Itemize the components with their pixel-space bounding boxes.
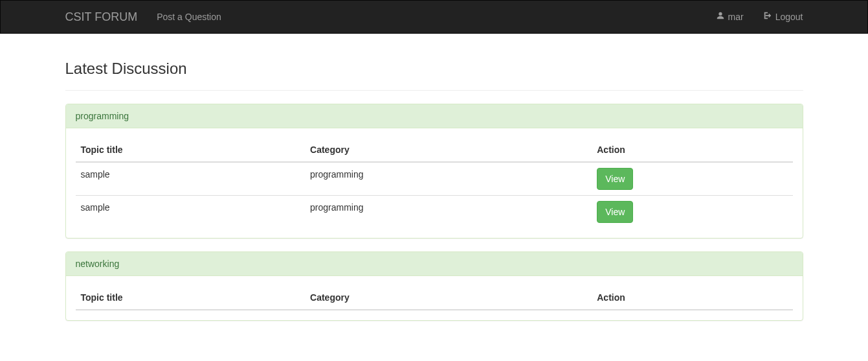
topics-table: Topic titleCategoryAction [76, 286, 793, 310]
user-link[interactable]: mar [706, 1, 753, 33]
panel-heading: programming [66, 104, 803, 128]
navbar: CSIT FORUM Post a Question mar Logout [0, 0, 868, 34]
post-question-link[interactable]: Post a Question [147, 1, 231, 33]
discussion-panel: networkingTopic titleCategoryAction [65, 251, 803, 321]
logout-text: Logout [775, 10, 803, 23]
view-button[interactable]: View [597, 201, 633, 223]
table-header-row: Topic titleCategoryAction [76, 286, 793, 310]
col-action: Action [592, 138, 792, 162]
brand-link[interactable]: CSIT FORUM [56, 1, 148, 33]
table-row: sampleprogrammingView [76, 162, 793, 196]
panel-heading: networking [66, 252, 803, 276]
view-button[interactable]: View [597, 168, 633, 190]
col-action: Action [592, 286, 792, 310]
logout-link[interactable]: Logout [753, 1, 813, 33]
username-text: mar [728, 10, 744, 23]
action-cell: View [592, 162, 792, 196]
page-title: Latest Discussion [65, 60, 803, 78]
page-header: Latest Discussion [65, 60, 803, 91]
topic-cell: sample [76, 196, 306, 229]
col-topic: Topic title [76, 138, 306, 162]
category-cell: programming [305, 162, 592, 196]
table-header-row: Topic titleCategoryAction [76, 138, 793, 162]
table-row: sampleprogrammingView [76, 196, 793, 229]
col-category: Category [305, 138, 592, 162]
action-cell: View [592, 196, 792, 229]
user-icon [716, 10, 725, 23]
col-topic: Topic title [76, 286, 306, 310]
col-category: Category [305, 286, 592, 310]
topics-table: Topic titleCategoryActionsampleprogrammi… [76, 138, 793, 228]
logout-icon [763, 10, 772, 23]
category-cell: programming [305, 196, 592, 229]
topic-cell: sample [76, 162, 306, 196]
panel-body: Topic titleCategoryAction [66, 276, 803, 320]
panel-body: Topic titleCategoryActionsampleprogrammi… [66, 128, 803, 238]
discussion-panel: programmingTopic titleCategoryActionsamp… [65, 104, 803, 239]
